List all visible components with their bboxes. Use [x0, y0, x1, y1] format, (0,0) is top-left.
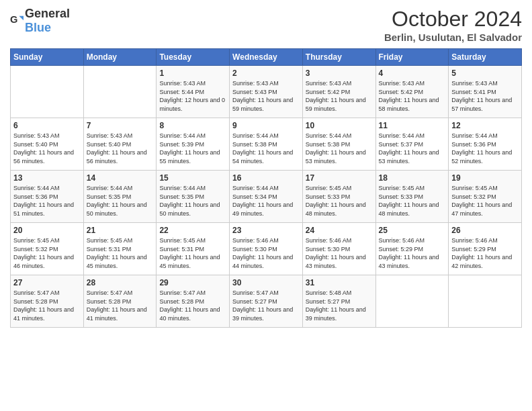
svg-text:G: G — [10, 14, 17, 25]
week-row-1: 6Sunrise: 5:43 AM Sunset: 5:40 PM Daylig… — [11, 118, 522, 171]
calendar-cell: 30Sunrise: 5:47 AM Sunset: 5:27 PM Dayli… — [230, 275, 303, 328]
calendar-cell: 11Sunrise: 5:44 AM Sunset: 5:37 PM Dayli… — [375, 118, 449, 171]
month-title: October 2024 — [384, 7, 522, 32]
calendar-cell: 20Sunrise: 5:45 AM Sunset: 5:32 PM Dayli… — [11, 223, 84, 275]
day-number: 30 — [232, 278, 300, 287]
calendar-cell: 18Sunrise: 5:45 AM Sunset: 5:33 PM Dayli… — [375, 171, 449, 223]
day-number: 26 — [451, 226, 519, 235]
day-number: 1 — [159, 68, 226, 78]
calendar-cell: 31Sunrise: 5:48 AM Sunset: 5:27 PM Dayli… — [302, 275, 375, 328]
day-number: 20 — [13, 226, 81, 235]
day-info: Sunrise: 5:45 AM Sunset: 5:33 PM Dayligh… — [306, 184, 373, 218]
day-number: 16 — [232, 173, 300, 183]
day-info: Sunrise: 5:46 AM Sunset: 5:29 PM Dayligh… — [379, 236, 446, 270]
calendar-cell: 4Sunrise: 5:43 AM Sunset: 5:42 PM Daylig… — [375, 66, 449, 118]
day-number: 3 — [306, 68, 373, 78]
day-number: 25 — [379, 226, 446, 235]
day-number: 12 — [451, 121, 519, 130]
calendar-cell — [449, 275, 522, 328]
day-number: 4 — [379, 68, 446, 78]
day-number: 17 — [306, 173, 373, 183]
day-number: 5 — [451, 68, 519, 78]
calendar-cell: 14Sunrise: 5:44 AM Sunset: 5:35 PM Dayli… — [83, 171, 157, 223]
calendar-cell: 27Sunrise: 5:47 AM Sunset: 5:28 PM Dayli… — [11, 275, 84, 328]
logo: G General Blue — [10, 7, 70, 35]
calendar-cell: 1Sunrise: 5:43 AM Sunset: 5:44 PM Daylig… — [157, 66, 230, 118]
day-number: 14 — [87, 173, 154, 183]
calendar-cell: 19Sunrise: 5:45 AM Sunset: 5:32 PM Dayli… — [449, 171, 522, 223]
day-info: Sunrise: 5:43 AM Sunset: 5:43 PM Dayligh… — [232, 79, 300, 113]
day-info: Sunrise: 5:44 AM Sunset: 5:35 PM Dayligh… — [87, 184, 154, 218]
calendar-cell: 21Sunrise: 5:45 AM Sunset: 5:31 PM Dayli… — [83, 223, 157, 275]
calendar-cell: 8Sunrise: 5:44 AM Sunset: 5:39 PM Daylig… — [157, 118, 230, 171]
location: Berlin, Usulutan, El Salvador — [384, 32, 522, 43]
day-number: 24 — [306, 226, 373, 235]
day-number: 8 — [159, 121, 226, 130]
calendar-cell: 17Sunrise: 5:45 AM Sunset: 5:33 PM Dayli… — [302, 171, 375, 223]
calendar-cell: 7Sunrise: 5:43 AM Sunset: 5:40 PM Daylig… — [83, 118, 157, 171]
day-info: Sunrise: 5:43 AM Sunset: 5:40 PM Dayligh… — [13, 132, 81, 165]
day-number: 31 — [306, 278, 373, 287]
svg-marker-1 — [19, 16, 24, 21]
calendar-cell: 10Sunrise: 5:44 AM Sunset: 5:38 PM Dayli… — [302, 118, 375, 171]
calendar-cell — [11, 66, 84, 118]
day-number: 19 — [451, 173, 519, 183]
calendar-cell: 16Sunrise: 5:44 AM Sunset: 5:34 PM Dayli… — [230, 171, 303, 223]
day-number: 2 — [232, 68, 300, 78]
calendar-cell: 25Sunrise: 5:46 AM Sunset: 5:29 PM Dayli… — [375, 223, 449, 275]
calendar-cell: 24Sunrise: 5:46 AM Sunset: 5:30 PM Dayli… — [302, 223, 375, 275]
week-row-2: 13Sunrise: 5:44 AM Sunset: 5:36 PM Dayli… — [11, 171, 522, 223]
logo-blue: Blue — [25, 21, 51, 34]
day-info: Sunrise: 5:45 AM Sunset: 5:33 PM Dayligh… — [379, 184, 446, 218]
day-header-sunday: Sunday — [11, 49, 84, 66]
calendar-cell: 6Sunrise: 5:43 AM Sunset: 5:40 PM Daylig… — [11, 118, 84, 171]
day-info: Sunrise: 5:47 AM Sunset: 5:28 PM Dayligh… — [13, 289, 81, 322]
calendar-cell: 15Sunrise: 5:44 AM Sunset: 5:35 PM Dayli… — [157, 171, 230, 223]
day-number: 15 — [159, 173, 226, 183]
day-info: Sunrise: 5:43 AM Sunset: 5:42 PM Dayligh… — [379, 79, 446, 113]
day-info: Sunrise: 5:45 AM Sunset: 5:31 PM Dayligh… — [87, 236, 154, 270]
day-info: Sunrise: 5:43 AM Sunset: 5:42 PM Dayligh… — [306, 79, 373, 113]
day-info: Sunrise: 5:45 AM Sunset: 5:32 PM Dayligh… — [13, 236, 81, 270]
day-info: Sunrise: 5:44 AM Sunset: 5:39 PM Dayligh… — [159, 132, 226, 165]
day-number: 7 — [87, 121, 154, 130]
day-info: Sunrise: 5:44 AM Sunset: 5:37 PM Dayligh… — [379, 132, 446, 165]
day-info: Sunrise: 5:45 AM Sunset: 5:32 PM Dayligh… — [451, 184, 519, 218]
calendar-cell: 9Sunrise: 5:44 AM Sunset: 5:38 PM Daylig… — [230, 118, 303, 171]
day-number: 6 — [13, 121, 81, 130]
day-info: Sunrise: 5:44 AM Sunset: 5:36 PM Dayligh… — [451, 132, 519, 165]
day-number: 10 — [306, 121, 373, 130]
day-number: 9 — [232, 121, 300, 130]
calendar-cell: 29Sunrise: 5:47 AM Sunset: 5:28 PM Dayli… — [157, 275, 230, 328]
day-info: Sunrise: 5:46 AM Sunset: 5:30 PM Dayligh… — [306, 236, 373, 270]
calendar-cell: 2Sunrise: 5:43 AM Sunset: 5:43 PM Daylig… — [230, 66, 303, 118]
calendar-cell: 3Sunrise: 5:43 AM Sunset: 5:42 PM Daylig… — [302, 66, 375, 118]
title-block: October 2024 Berlin, Usulutan, El Salvad… — [384, 7, 522, 43]
day-number: 21 — [87, 226, 154, 235]
day-info: Sunrise: 5:44 AM Sunset: 5:38 PM Dayligh… — [306, 132, 373, 165]
day-info: Sunrise: 5:44 AM Sunset: 5:35 PM Dayligh… — [159, 184, 226, 218]
day-number: 13 — [13, 173, 81, 183]
day-header-thursday: Thursday — [302, 49, 375, 66]
day-info: Sunrise: 5:44 AM Sunset: 5:36 PM Dayligh… — [13, 184, 81, 218]
calendar-cell: 28Sunrise: 5:47 AM Sunset: 5:28 PM Dayli… — [83, 275, 157, 328]
day-info: Sunrise: 5:44 AM Sunset: 5:34 PM Dayligh… — [232, 184, 300, 218]
day-info: Sunrise: 5:43 AM Sunset: 5:40 PM Dayligh… — [87, 132, 154, 165]
calendar-cell: 22Sunrise: 5:45 AM Sunset: 5:31 PM Dayli… — [157, 223, 230, 275]
calendar-table: SundayMondayTuesdayWednesdayThursdayFrid… — [10, 48, 522, 328]
day-info: Sunrise: 5:48 AM Sunset: 5:27 PM Dayligh… — [306, 289, 373, 322]
day-info: Sunrise: 5:43 AM Sunset: 5:44 PM Dayligh… — [159, 79, 226, 113]
day-number: 22 — [159, 226, 226, 235]
calendar-cell — [83, 66, 157, 118]
week-row-3: 20Sunrise: 5:45 AM Sunset: 5:32 PM Dayli… — [11, 223, 522, 275]
calendar-cell: 5Sunrise: 5:43 AM Sunset: 5:41 PM Daylig… — [449, 66, 522, 118]
header-row: SundayMondayTuesdayWednesdayThursdayFrid… — [11, 49, 522, 66]
logo-icon: G — [10, 14, 24, 28]
day-header-friday: Friday — [375, 49, 449, 66]
calendar-cell: 23Sunrise: 5:46 AM Sunset: 5:30 PM Dayli… — [230, 223, 303, 275]
day-header-wednesday: Wednesday — [230, 49, 303, 66]
calendar-cell: 13Sunrise: 5:44 AM Sunset: 5:36 PM Dayli… — [11, 171, 84, 223]
day-info: Sunrise: 5:47 AM Sunset: 5:28 PM Dayligh… — [87, 289, 154, 322]
day-info: Sunrise: 5:43 AM Sunset: 5:41 PM Dayligh… — [451, 79, 519, 113]
calendar-cell: 12Sunrise: 5:44 AM Sunset: 5:36 PM Dayli… — [449, 118, 522, 171]
